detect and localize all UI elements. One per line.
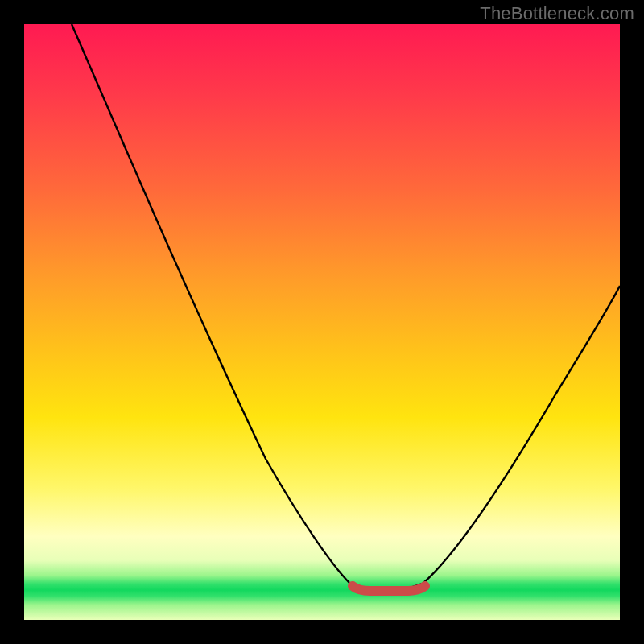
plot-area — [24, 24, 620, 620]
chart-svg — [24, 24, 620, 620]
black-curve — [72, 24, 620, 590]
red-flat-segment — [353, 586, 425, 591]
watermark-text: TheBottleneck.com — [480, 3, 634, 24]
chart-frame: TheBottleneck.com — [0, 0, 644, 644]
